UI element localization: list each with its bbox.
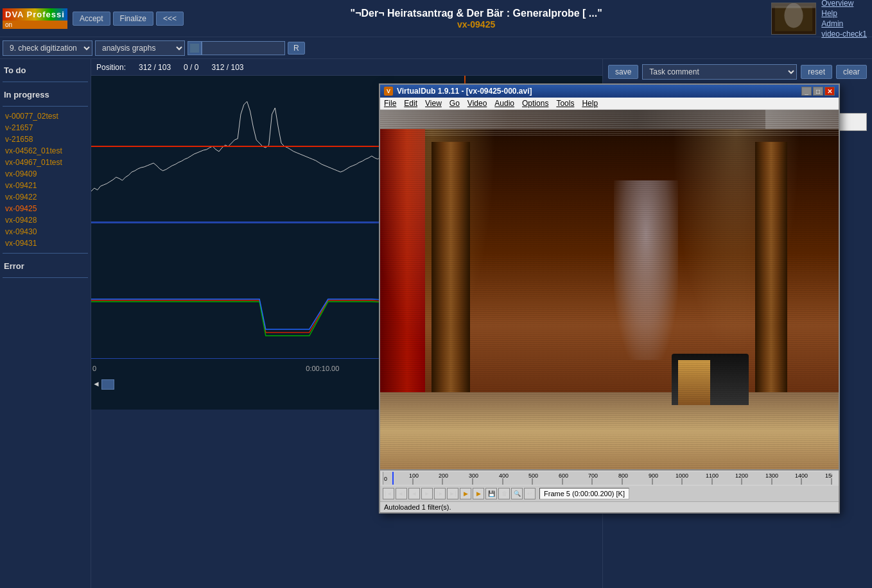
scroll-thumb[interactable] [101,379,114,390]
menu-tools[interactable]: Tools [556,99,574,108]
r-button[interactable]: R [288,42,305,55]
sub-title: vx-09425 [186,19,766,30]
stage-elements [380,129,839,469]
help-link[interactable]: Help [821,9,837,18]
menu-edit[interactable]: Edit [404,99,417,108]
svg-text:600: 600 [559,472,568,479]
vdub-wm-buttons: _ □ ✕ [801,87,835,96]
overview-link[interactable]: Overview [821,0,853,8]
vdub-titlebar-left: V VirtualDub 1.9.11 - [vx-09425-000.avi] [384,87,532,96]
nav-links: Overview Help Admin video-check1 [821,0,867,39]
thumbnail [771,3,816,35]
minimize-button[interactable]: _ [801,87,812,96]
vdub-btn-next[interactable]: ► [421,488,433,499]
svg-text:300: 300 [469,472,478,479]
sidebar-item-vx04967[interactable]: vx-04967_01test [3,157,88,168]
menu-file[interactable]: File [384,99,396,108]
sidebar-item-vx09421[interactable]: vx-09421 [3,180,88,191]
logo-text: DVA Professi [5,10,65,19]
menu-view[interactable]: View [425,99,442,108]
sidebar-item-vx09428[interactable]: vx-09428 [3,214,88,226]
title-area: "¬Der¬ Heiratsantrag & Der Bär : General… [186,8,766,30]
svg-text:400: 400 [499,472,509,479]
vdub-btn-zoom[interactable]: 🔍 [511,488,523,499]
admin-link[interactable]: Admin [821,19,843,28]
sidebar-item-v21658[interactable]: v-21658 [3,134,88,145]
svg-text:1500: 1500 [825,472,832,479]
column-right [755,142,787,399]
vdub-btn-arrow[interactable]: ↩ [524,488,536,499]
position-label: Position: [96,63,126,72]
vdub-icon: V [384,87,393,96]
vdub-btn-prev-key[interactable]: ◄| [396,488,407,499]
error-header: Error [3,257,88,273]
menu-options[interactable]: Options [522,99,548,108]
todo-header: To do [3,62,88,78]
vdub-btn-mark-out[interactable]: ▶ [473,488,484,499]
svg-text:1100: 1100 [706,472,719,479]
vdub-btn-del-seg[interactable]: 🗑 [498,488,510,499]
right-toolbar: save Task comment reset clear [608,64,867,80]
svg-text:1000: 1000 [676,472,688,479]
svg-rect-3 [772,3,815,8]
close-button[interactable]: ✕ [824,87,835,96]
position-val3: 312 / 103 [211,63,243,72]
save-button[interactable]: save [608,65,638,79]
sidebar-item-vx09431[interactable]: vx-09431 [3,238,88,249]
vdub-video-area [380,110,839,469]
svg-text:700: 700 [588,472,598,479]
finalize-button[interactable]: Finalize [113,12,153,26]
time-0: 0 [92,365,96,372]
menu-audio[interactable]: Audio [494,99,514,108]
sidebar-item-v00077[interactable]: v-00077_02test [3,110,88,122]
vdub-btn-save-seg[interactable]: 💾 [485,488,497,499]
accept-button[interactable]: Accept [73,12,110,26]
column-left [432,142,470,399]
clear-button[interactable]: clear [836,65,867,79]
video-check-link[interactable]: video-check1 [821,30,867,39]
vdub-timeline-ruler: 0 100 200 300 400 500 600 700 800 900 [380,471,839,486]
vdub-btn-next-key[interactable]: |► [434,488,446,499]
maximize-button[interactable]: □ [813,87,823,96]
ghost-figure [614,180,678,360]
search-input[interactable] [202,41,285,55]
task-select[interactable]: 9. check digitization [3,40,92,56]
vdub-status-text: Autoloaded 1 filter(s). [384,503,451,511]
vdub-status: Autoloaded 1 filter(s). [380,501,839,512]
logo-top: DVA Professi [3,8,67,21]
virtualdub-window: V VirtualDub 1.9.11 - [vx-09425-000.avi]… [379,83,840,514]
in-progress-header: In progress [3,86,88,102]
sidebar-item-vx04562[interactable]: vx-04562_01test [3,145,88,157]
time-10: 0:00:10.00 [306,365,339,372]
logo-bottom: on [3,21,67,29]
sidebar-item-vx09409[interactable]: vx-09409 [3,168,88,180]
view-select[interactable]: analysis graphs [95,40,185,56]
vdub-titlebar: V VirtualDub 1.9.11 - [vx-09425-000.avi]… [380,85,839,98]
divider4 [3,277,88,278]
vdub-btn-end[interactable]: ►| [447,488,458,499]
sidebar-item-vx09425[interactable]: vx-09425 [3,203,88,214]
reset-button[interactable]: reset [801,65,832,79]
scroll-left-arrow[interactable]: ◄ [92,379,100,388]
position-val2: 0 / 0 [184,63,198,72]
divider3 [3,253,88,254]
toolbar2: 9. check digitization analysis graphs R [0,37,872,59]
vdub-btn-mark-in[interactable]: ▶ [460,488,471,499]
frame-info: Frame 5 (0:00:00.200) [K] [539,488,629,499]
position-val1: 312 / 103 [139,63,171,72]
sidebar-item-v21657[interactable]: v-21657 [3,122,88,134]
vdub-btn-start[interactable]: |◄ [383,488,394,499]
menu-go[interactable]: Go [449,99,460,108]
back-button[interactable]: <<< [156,12,184,26]
menu-video[interactable]: Video [467,99,487,108]
main-title: "¬Der¬ Heiratsantrag & Der Bär : General… [186,8,766,19]
task-comment-select[interactable]: Task comment [642,64,797,80]
color-button[interactable] [187,41,202,55]
topbar: DVA Professi on Accept Finalize <<< "¬De… [0,0,872,37]
svg-text:100: 100 [409,472,419,479]
sidebar-item-vx09422[interactable]: vx-09422 [3,191,88,203]
sidebar-item-vx09430[interactable]: vx-09430 [3,226,88,238]
vdub-title-text: VirtualDub 1.9.11 - [vx-09425-000.avi] [397,87,532,96]
menu-help[interactable]: Help [582,99,598,108]
vdub-btn-prev[interactable]: ◄ [408,488,420,499]
